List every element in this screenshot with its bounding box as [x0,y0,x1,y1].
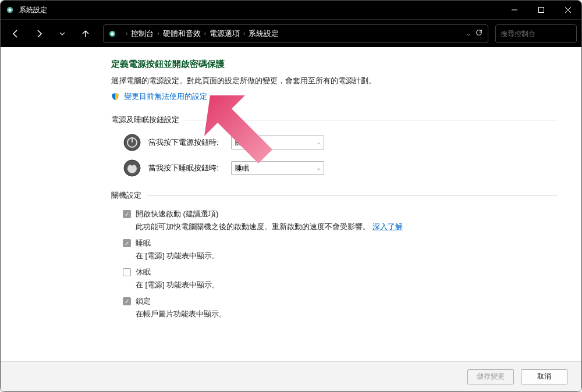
chevron-down-icon: ⌵ [317,140,320,145]
power-icon [123,133,141,152]
close-button[interactable] [555,1,581,19]
lock-label: 鎖定 [136,296,151,307]
back-button[interactable] [5,23,26,44]
maximize-button[interactable] [528,1,555,19]
search-input[interactable] [501,30,582,38]
power-button-row: 當我按下電源按鈕時: 關機 ⌵ [123,133,558,152]
footer: 儲存變更 取消 [1,361,581,391]
save-button[interactable]: 儲存變更 [467,369,514,384]
chevron-right-icon: › [157,30,159,37]
change-unavailable-settings-link[interactable]: 變更目前無法使用的設定 [124,92,207,101]
learn-more-link[interactable]: 深入了解 [372,222,403,231]
hibernate-label: 休眠 [136,267,151,277]
search-box[interactable] [495,24,577,43]
sleep-desc: 在 [電源] 功能表中顯示。 [136,251,558,261]
sleep-label: 睡眠 [136,238,151,248]
power-button-select[interactable]: 關機 ⌵ [231,136,324,149]
breadcrumb-item[interactable]: 電源選項 [210,28,240,39]
breadcrumb-item[interactable]: 硬體和音效 [163,28,201,39]
sleep-row: ✓ 睡眠 [123,238,558,248]
app-icon [5,5,15,15]
chevron-down-icon: ⌵ [317,165,320,171]
fast-startup-label: 開啟快速啟動 (建議選項) [136,209,218,219]
sleep-checkbox[interactable]: ✓ [123,239,131,247]
sleep-icon [123,159,141,177]
lock-desc: 在帳戶圖片功能表中顯示。 [136,309,558,319]
breadcrumb-item[interactable]: 系統設定 [249,28,279,39]
fast-startup-desc: 此功能可加快電腦關機之後的啟動速度。重新啟動的速度不會受影響。 深入了解 [136,222,558,232]
history-dropdown[interactable] [52,23,73,44]
page-description: 選擇電腦的電源設定。對此頁面的設定所做的變更，會套用至所有的電源計劃。 [111,76,558,86]
control-panel-icon [108,29,118,38]
chevron-down-icon[interactable]: ⌵ [467,30,470,37]
content-area: 定義電源按鈕並開啟密碼保護 選擇電腦的電源設定。對此頁面的設定所做的變更，會套用… [1,47,581,361]
sleep-button-row: 當我按下睡眠按鈕時: 睡眠 ⌵ [123,159,558,177]
chevron-right-icon: › [243,30,245,37]
hibernate-row: 休眠 [123,267,558,277]
chevron-right-icon: › [204,30,206,37]
lock-row: ✓ 鎖定 [123,296,558,307]
svg-rect-3 [539,8,544,13]
breadcrumb-item[interactable]: 控制台 [131,28,154,39]
page-title: 定義電源按鈕並開啟密碼保護 [111,59,558,70]
navbar: › 控制台 › 硬體和音效 › 電源選項 › 系統設定 ⌵ [1,19,581,47]
window: 系統設定 › 控制台 › 硬體和音效 › 電源選項 › 系統設定 ⌵ [0,0,582,392]
minimize-button[interactable] [501,1,528,19]
breadcrumb[interactable]: › 控制台 › 硬體和音效 › 電源選項 › 系統設定 ⌵ [103,24,488,43]
section-power-sleep-header: 電源及睡眠按鈕設定 [111,115,558,125]
hibernate-checkbox[interactable] [123,268,131,276]
change-settings-row: 變更目前無法使用的設定 [111,91,558,102]
sleep-button-label: 當我按下睡眠按鈕時: [148,163,224,173]
shield-icon [111,92,119,101]
refresh-button[interactable] [475,28,483,38]
lock-checkbox[interactable]: ✓ [123,297,131,305]
fast-startup-checkbox[interactable]: ✓ [123,210,131,218]
sleep-button-select[interactable]: 睡眠 ⌵ [231,161,324,175]
svg-point-7 [111,32,113,35]
up-button[interactable] [75,23,96,44]
titlebar: 系統設定 [1,1,581,19]
section-shutdown-header: 關機設定 [111,190,558,201]
chevron-right-icon: › [126,30,127,37]
svg-point-1 [8,8,11,11]
fast-startup-row: ✓ 開啟快速啟動 (建議選項) [123,209,558,219]
hibernate-desc: 在 [電源] 功能表中顯示。 [136,280,558,290]
power-button-label: 當我按下電源按鈕時: [148,137,224,148]
cancel-button[interactable]: 取消 [521,369,567,384]
window-title: 系統設定 [19,5,501,15]
forward-button[interactable] [29,23,49,44]
